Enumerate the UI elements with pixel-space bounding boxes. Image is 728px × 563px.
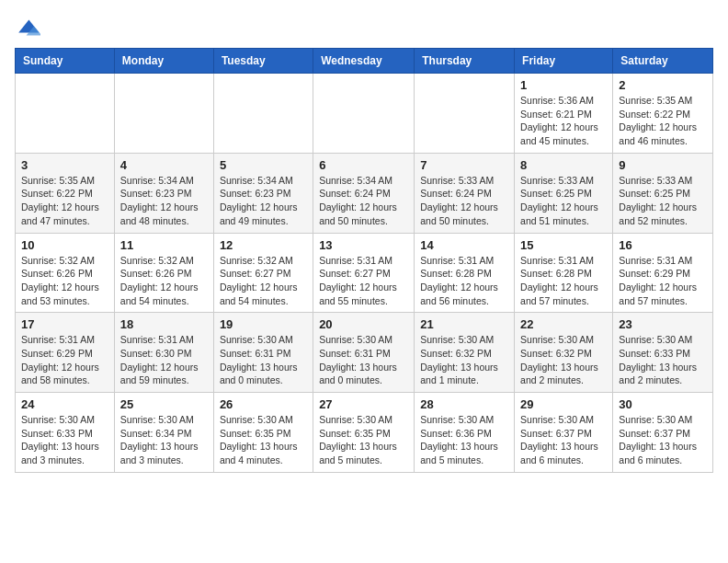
day-info: Sunrise: 5:34 AM Sunset: 6:23 PM Dayligh… <box>120 174 208 228</box>
day-info: Sunrise: 5:32 AM Sunset: 6:27 PM Dayligh… <box>220 254 307 308</box>
day-number: 8 <box>520 158 607 172</box>
day-info: Sunrise: 5:30 AM Sunset: 6:34 PM Dayligh… <box>120 413 208 467</box>
day-number: 29 <box>520 397 607 411</box>
calendar-week-row: 10Sunrise: 5:32 AM Sunset: 6:26 PM Dayli… <box>16 233 713 313</box>
calendar-cell: 16Sunrise: 5:31 AM Sunset: 6:29 PM Dayli… <box>613 233 713 313</box>
calendar-cell: 22Sunrise: 5:30 AM Sunset: 6:32 PM Dayli… <box>515 313 613 393</box>
day-number: 30 <box>619 397 707 411</box>
day-info: Sunrise: 5:31 AM Sunset: 6:30 PM Dayligh… <box>120 333 208 387</box>
weekday-header-wednesday: Wednesday <box>313 49 415 74</box>
day-info: Sunrise: 5:36 AM Sunset: 6:21 PM Dayligh… <box>520 94 607 148</box>
day-number: 9 <box>619 158 707 172</box>
day-number: 11 <box>120 238 208 252</box>
day-number: 24 <box>21 397 108 411</box>
day-info: Sunrise: 5:32 AM Sunset: 6:26 PM Dayligh… <box>120 254 208 308</box>
calendar-cell: 20Sunrise: 5:30 AM Sunset: 6:31 PM Dayli… <box>313 313 415 393</box>
day-number: 25 <box>120 397 208 411</box>
day-number: 4 <box>120 158 208 172</box>
calendar-cell: 30Sunrise: 5:30 AM Sunset: 6:37 PM Dayli… <box>613 393 713 473</box>
weekday-header-row: SundayMondayTuesdayWednesdayThursdayFrid… <box>16 49 713 74</box>
day-info: Sunrise: 5:30 AM Sunset: 6:31 PM Dayligh… <box>319 333 408 387</box>
day-info: Sunrise: 5:33 AM Sunset: 6:25 PM Dayligh… <box>619 174 707 228</box>
day-info: Sunrise: 5:32 AM Sunset: 6:26 PM Dayligh… <box>21 254 108 308</box>
day-info: Sunrise: 5:30 AM Sunset: 6:32 PM Dayligh… <box>520 333 607 387</box>
calendar-week-row: 17Sunrise: 5:31 AM Sunset: 6:29 PM Dayli… <box>16 313 713 393</box>
calendar-cell: 3Sunrise: 5:35 AM Sunset: 6:22 PM Daylig… <box>16 153 115 233</box>
calendar-cell: 9Sunrise: 5:33 AM Sunset: 6:25 PM Daylig… <box>613 153 713 233</box>
day-info: Sunrise: 5:34 AM Sunset: 6:23 PM Dayligh… <box>220 174 307 228</box>
day-info: Sunrise: 5:31 AM Sunset: 6:27 PM Dayligh… <box>319 254 408 308</box>
day-info: Sunrise: 5:35 AM Sunset: 6:22 PM Dayligh… <box>21 174 108 228</box>
day-info: Sunrise: 5:30 AM Sunset: 6:36 PM Dayligh… <box>420 413 508 467</box>
day-number: 7 <box>420 158 508 172</box>
day-number: 5 <box>220 158 307 172</box>
day-number: 27 <box>319 397 408 411</box>
calendar-cell: 15Sunrise: 5:31 AM Sunset: 6:28 PM Dayli… <box>515 233 613 313</box>
day-info: Sunrise: 5:35 AM Sunset: 6:22 PM Dayligh… <box>619 94 707 148</box>
calendar-cell: 14Sunrise: 5:31 AM Sunset: 6:28 PM Dayli… <box>415 233 515 313</box>
calendar-cell: 24Sunrise: 5:30 AM Sunset: 6:33 PM Dayli… <box>16 393 115 473</box>
logo <box>15 15 44 40</box>
header <box>15 15 713 40</box>
day-number: 14 <box>420 238 508 252</box>
day-number: 3 <box>21 158 108 172</box>
calendar-cell: 12Sunrise: 5:32 AM Sunset: 6:27 PM Dayli… <box>213 233 313 313</box>
calendar-table: SundayMondayTuesdayWednesdayThursdayFrid… <box>15 48 713 473</box>
calendar-week-row: 3Sunrise: 5:35 AM Sunset: 6:22 PM Daylig… <box>16 153 713 233</box>
calendar-cell: 21Sunrise: 5:30 AM Sunset: 6:32 PM Dayli… <box>415 313 515 393</box>
day-number: 15 <box>520 238 607 252</box>
day-info: Sunrise: 5:30 AM Sunset: 6:33 PM Dayligh… <box>619 333 707 387</box>
day-number: 12 <box>220 238 307 252</box>
day-info: Sunrise: 5:31 AM Sunset: 6:29 PM Dayligh… <box>619 254 707 308</box>
calendar-cell <box>16 74 115 154</box>
calendar-cell: 29Sunrise: 5:30 AM Sunset: 6:37 PM Dayli… <box>515 393 613 473</box>
calendar-cell: 17Sunrise: 5:31 AM Sunset: 6:29 PM Dayli… <box>16 313 115 393</box>
day-number: 19 <box>220 317 307 331</box>
day-info: Sunrise: 5:30 AM Sunset: 6:37 PM Dayligh… <box>520 413 607 467</box>
day-number: 1 <box>520 78 607 92</box>
day-info: Sunrise: 5:30 AM Sunset: 6:35 PM Dayligh… <box>319 413 408 467</box>
day-number: 21 <box>420 317 508 331</box>
calendar-cell: 11Sunrise: 5:32 AM Sunset: 6:26 PM Dayli… <box>114 233 213 313</box>
day-number: 10 <box>21 238 108 252</box>
day-info: Sunrise: 5:30 AM Sunset: 6:35 PM Dayligh… <box>220 413 307 467</box>
weekday-header-saturday: Saturday <box>613 49 713 74</box>
calendar-cell: 26Sunrise: 5:30 AM Sunset: 6:35 PM Dayli… <box>213 393 313 473</box>
calendar-cell: 8Sunrise: 5:33 AM Sunset: 6:25 PM Daylig… <box>515 153 613 233</box>
day-info: Sunrise: 5:33 AM Sunset: 6:24 PM Dayligh… <box>420 174 508 228</box>
logo-icon <box>15 15 40 40</box>
calendar-cell: 18Sunrise: 5:31 AM Sunset: 6:30 PM Dayli… <box>114 313 213 393</box>
calendar-body: 1Sunrise: 5:36 AM Sunset: 6:21 PM Daylig… <box>16 74 713 473</box>
day-info: Sunrise: 5:31 AM Sunset: 6:29 PM Dayligh… <box>21 333 108 387</box>
weekday-header-monday: Monday <box>114 49 213 74</box>
day-number: 6 <box>319 158 408 172</box>
day-info: Sunrise: 5:33 AM Sunset: 6:25 PM Dayligh… <box>520 174 607 228</box>
day-info: Sunrise: 5:30 AM Sunset: 6:37 PM Dayligh… <box>619 413 707 467</box>
calendar-cell: 23Sunrise: 5:30 AM Sunset: 6:33 PM Dayli… <box>613 313 713 393</box>
day-number: 13 <box>319 238 408 252</box>
calendar-cell <box>313 74 415 154</box>
day-number: 17 <box>21 317 108 331</box>
day-info: Sunrise: 5:30 AM Sunset: 6:31 PM Dayligh… <box>220 333 307 387</box>
calendar-cell: 28Sunrise: 5:30 AM Sunset: 6:36 PM Dayli… <box>415 393 515 473</box>
calendar-cell: 10Sunrise: 5:32 AM Sunset: 6:26 PM Dayli… <box>16 233 115 313</box>
calendar-cell: 4Sunrise: 5:34 AM Sunset: 6:23 PM Daylig… <box>114 153 213 233</box>
calendar-cell: 27Sunrise: 5:30 AM Sunset: 6:35 PM Dayli… <box>313 393 415 473</box>
calendar-cell: 5Sunrise: 5:34 AM Sunset: 6:23 PM Daylig… <box>213 153 313 233</box>
weekday-header-thursday: Thursday <box>415 49 515 74</box>
calendar-cell <box>415 74 515 154</box>
calendar-cell <box>114 74 213 154</box>
day-number: 20 <box>319 317 408 331</box>
calendar-header: SundayMondayTuesdayWednesdayThursdayFrid… <box>16 49 713 74</box>
day-info: Sunrise: 5:30 AM Sunset: 6:32 PM Dayligh… <box>420 333 508 387</box>
calendar-cell: 13Sunrise: 5:31 AM Sunset: 6:27 PM Dayli… <box>313 233 415 313</box>
calendar-week-row: 1Sunrise: 5:36 AM Sunset: 6:21 PM Daylig… <box>16 74 713 154</box>
weekday-header-sunday: Sunday <box>16 49 115 74</box>
weekday-header-tuesday: Tuesday <box>213 49 313 74</box>
day-number: 28 <box>420 397 508 411</box>
day-info: Sunrise: 5:30 AM Sunset: 6:33 PM Dayligh… <box>21 413 108 467</box>
calendar-cell: 7Sunrise: 5:33 AM Sunset: 6:24 PM Daylig… <box>415 153 515 233</box>
weekday-header-friday: Friday <box>515 49 613 74</box>
calendar-cell <box>213 74 313 154</box>
day-number: 22 <box>520 317 607 331</box>
